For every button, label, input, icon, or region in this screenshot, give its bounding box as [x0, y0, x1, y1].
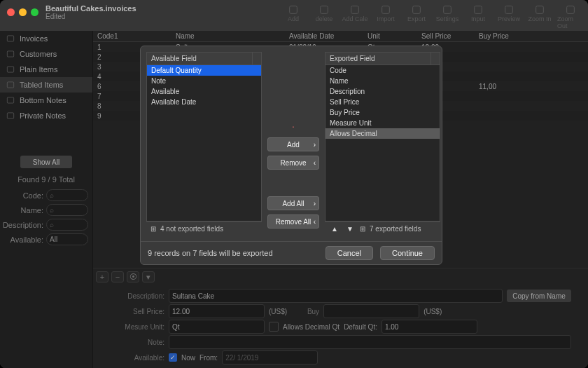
exported-field-item[interactable]: Allows Decimal	[326, 128, 440, 139]
exported-fields-panel: Exported Field CodeNameDescriptionSell P…	[325, 52, 440, 222]
add-all-button[interactable]: Add All›	[267, 196, 319, 210]
marker-icon: ·	[292, 121, 295, 132]
window-title: Beautiful Cakes.invoices	[46, 4, 136, 13]
toolbar-add-cale[interactable]: Add Cale	[342, 1, 368, 29]
toolbar-input[interactable]: Input	[465, 1, 491, 29]
exported-field-item[interactable]: Measure Unit	[326, 118, 440, 128]
window-zoom-dot[interactable]	[31, 8, 38, 16]
available-field-item[interactable]: Available	[147, 86, 261, 97]
svg-rect-0	[290, 6, 298, 14]
remove-all-button[interactable]: Remove All‹	[267, 214, 319, 229]
svg-rect-1	[321, 6, 328, 14]
available-field-item[interactable]: Default Quantity	[147, 65, 261, 76]
toolbar-delete[interactable]: delete	[311, 1, 337, 29]
move-up-button[interactable]: ▲	[329, 225, 340, 233]
window-subtitle: Edited	[46, 13, 136, 20]
cancel-button[interactable]: Cancel	[326, 246, 373, 260]
available-field-item[interactable]: Available Date	[147, 97, 261, 107]
available-field-item[interactable]: Note	[147, 76, 261, 86]
svg-rect-2	[351, 6, 359, 14]
toolbar-export[interactable]: Export	[403, 1, 430, 29]
add-button[interactable]: Add›	[267, 137, 319, 151]
remove-button[interactable]: Remove‹	[267, 156, 319, 170]
titlebar: Beautiful Cakes.invoices Edited Adddelet…	[0, 0, 588, 31]
exported-field-item[interactable]: Code	[326, 65, 440, 76]
export-dialog: Available Field Default QuantityNoteAvai…	[140, 46, 442, 265]
toolbar-add[interactable]: Add	[280, 1, 307, 29]
available-head[interactable]: Available Field	[147, 53, 252, 64]
window-minimize-dot[interactable]	[19, 8, 27, 16]
columns-icon: ⊞	[360, 225, 365, 233]
toolbar-import[interactable]: Import	[372, 1, 399, 29]
toolbar-preview[interactable]: Preview	[496, 1, 522, 29]
exported-field-item[interactable]: Description	[326, 86, 440, 97]
exported-field-item[interactable]: Buy Price	[326, 107, 440, 118]
toolbar-settings[interactable]: Settings	[434, 1, 461, 29]
available-status: 4 not exported fields	[160, 225, 223, 233]
svg-rect-5	[444, 6, 451, 14]
exported-field-item[interactable]: Sell Price	[326, 97, 440, 107]
svg-rect-7	[505, 6, 513, 14]
toolbar: AdddeleteAdd CaleImportExportSettingsInp…	[280, 1, 584, 29]
exported-head[interactable]: Exported Field	[326, 53, 430, 64]
svg-rect-8	[536, 6, 544, 14]
svg-rect-6	[475, 6, 482, 14]
available-fields-panel: Available Field Default QuantityNoteAvai…	[146, 52, 262, 222]
exported-status: 7 exported fields	[370, 225, 421, 233]
export-summary: 9 records on 7 fields will be exported	[148, 249, 273, 257]
toolbar-zoom-out[interactable]: Zoom Out	[557, 1, 584, 29]
move-down-button[interactable]: ▼	[344, 225, 356, 233]
svg-rect-3	[382, 6, 390, 14]
toolbar-zoom-in[interactable]: Zoom In	[526, 1, 553, 29]
svg-rect-4	[413, 6, 421, 14]
svg-rect-9	[567, 6, 575, 14]
continue-button[interactable]: Continue	[380, 246, 435, 260]
columns-icon: ⊞	[150, 225, 156, 233]
exported-field-item[interactable]: Name	[326, 76, 440, 86]
window-close-dot[interactable]	[7, 8, 15, 16]
